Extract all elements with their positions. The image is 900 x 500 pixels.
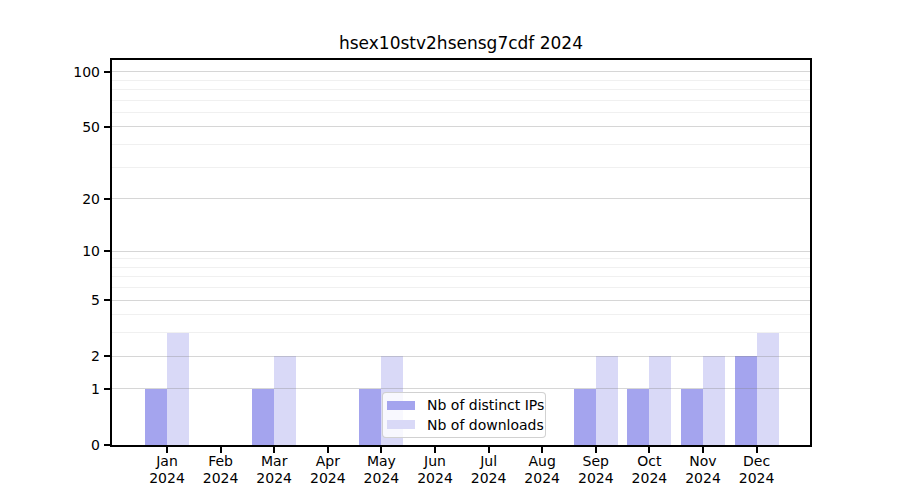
legend-swatch: [387, 401, 415, 410]
y-tick: [104, 126, 110, 128]
y-tick-label: 50: [26, 119, 100, 135]
bar-distinct-ips: [681, 389, 703, 445]
x-tick: [648, 447, 650, 453]
y-tick: [104, 250, 110, 252]
bar-downloads: [703, 356, 725, 445]
y-gridline-minor: [112, 167, 810, 168]
x-tick: [327, 447, 329, 453]
bar-distinct-ips: [735, 356, 757, 445]
y-gridline-minor: [112, 89, 810, 90]
y-tick-label: 20: [26, 191, 100, 207]
bar-distinct-ips: [574, 389, 596, 445]
y-tick-label: 10: [26, 243, 100, 259]
y-gridline-minor: [112, 276, 810, 277]
y-gridline-major: [112, 251, 810, 252]
x-tick: [273, 447, 275, 453]
x-tick: [488, 447, 490, 453]
y-tick: [104, 444, 110, 446]
legend-swatch: [387, 420, 415, 429]
x-tick: [220, 447, 222, 453]
y-gridline-minor: [112, 314, 810, 315]
y-gridline-major: [112, 71, 810, 72]
y-gridline-major: [112, 300, 810, 301]
x-tick: [434, 447, 436, 453]
y-tick: [104, 71, 110, 73]
y-gridline-minor: [112, 287, 810, 288]
y-gridline-major: [112, 356, 810, 357]
x-tick: [166, 447, 168, 453]
y-tick-label: 1: [26, 381, 100, 397]
chart-figure: hsex10stv2hsensg7cdf 2024 Nb of distinct…: [0, 0, 900, 500]
y-tick-label: 0: [26, 437, 100, 453]
x-tick: [702, 447, 704, 453]
legend-row: Nb of distinct IPs: [387, 396, 539, 415]
legend: Nb of distinct IPsNb of downloads: [382, 392, 546, 438]
y-gridline-minor: [112, 112, 810, 113]
x-tick: [541, 447, 543, 453]
y-gridline-minor: [112, 80, 810, 81]
y-gridline-minor: [112, 144, 810, 145]
legend-row: Nb of downloads: [387, 415, 539, 434]
y-tick-label: 2: [26, 348, 100, 364]
x-tick-label: Dec 2024: [725, 453, 789, 487]
chart-title: hsex10stv2hsensg7cdf 2024: [110, 33, 812, 53]
y-gridline-minor: [112, 258, 810, 259]
bar-distinct-ips: [627, 389, 649, 445]
y-tick: [104, 299, 110, 301]
legend-label: Nb of distinct IPs: [427, 397, 544, 413]
x-tick: [756, 447, 758, 453]
y-gridline-major: [112, 126, 810, 127]
y-gridline-major: [112, 198, 810, 199]
bar-downloads: [596, 356, 618, 445]
y-gridline-minor: [112, 332, 810, 333]
y-tick-label: 5: [26, 292, 100, 308]
x-tick: [380, 447, 382, 453]
y-gridline-minor: [112, 100, 810, 101]
y-tick-label: 100: [26, 64, 100, 80]
y-gridline-major: [112, 388, 810, 389]
y-tick: [104, 355, 110, 357]
legend-label: Nb of downloads: [427, 417, 544, 433]
y-gridline-minor: [112, 267, 810, 268]
bar-distinct-ips: [359, 389, 381, 445]
y-tick: [104, 198, 110, 200]
x-tick: [595, 447, 597, 453]
bar-distinct-ips: [252, 389, 274, 445]
bar-downloads: [649, 356, 671, 445]
bar-downloads: [274, 356, 296, 445]
y-tick: [104, 388, 110, 390]
bar-distinct-ips: [145, 389, 167, 445]
